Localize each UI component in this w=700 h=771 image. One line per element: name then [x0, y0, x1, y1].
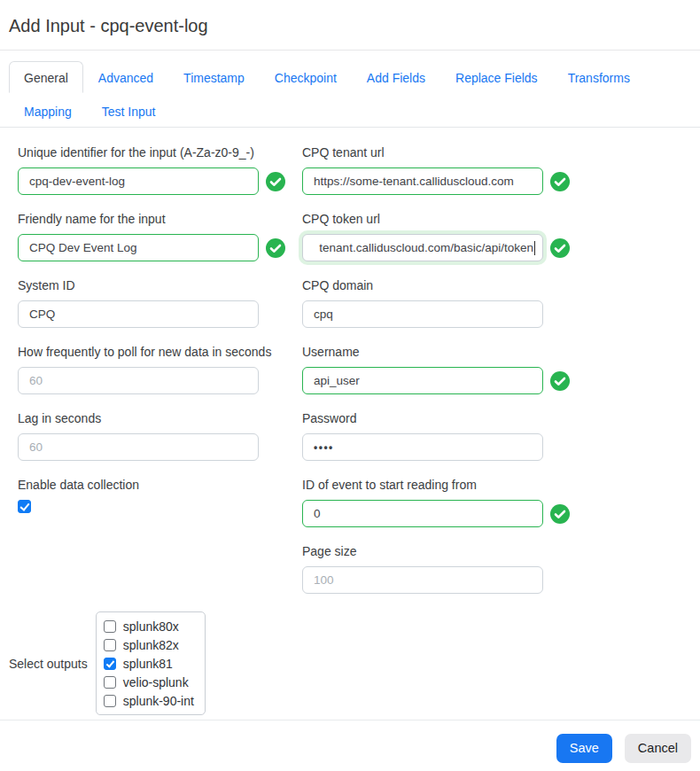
- field-label: System ID: [18, 277, 301, 294]
- field-group-poll-frequency: How frequently to poll for new data in s…: [18, 344, 301, 394]
- output-option-label: velio-splunk: [123, 675, 189, 689]
- tab-general[interactable]: General: [9, 61, 83, 93]
- tab-add-fields[interactable]: Add Fields: [352, 61, 440, 93]
- output-option-splunk80x[interactable]: splunk80x: [104, 617, 194, 635]
- field-label: How frequently to poll for new data in s…: [18, 344, 301, 361]
- valid-check-icon: [550, 371, 570, 391]
- poll-frequency-input[interactable]: [18, 367, 259, 394]
- footer-actions: Save Cancel: [556, 734, 691, 763]
- field-group-unique-identifier: Unique identifier for the input (A-Za-z0…: [18, 144, 301, 195]
- cpq-token-url-input[interactable]: tenant.calliduscloud.com/basic/api/token: [302, 234, 543, 261]
- select-outputs-listbox[interactable]: splunk80x splunk82x splunk81 velio-splun…: [96, 611, 206, 715]
- field-group-enable-collection: Enable data collection: [18, 477, 301, 513]
- output-option-splunk-90-int[interactable]: splunk-90-int: [104, 691, 194, 710]
- field-group-system-id: System ID: [18, 277, 301, 328]
- output-checkbox[interactable]: [104, 658, 116, 670]
- cpq-tenant-url-input[interactable]: [302, 167, 543, 195]
- valid-check-icon: [550, 238, 570, 258]
- valid-check-icon: [550, 504, 570, 524]
- valid-check-icon: [266, 238, 285, 258]
- field-group-cpq-domain: CPQ domain: [302, 277, 586, 328]
- add-input-dialog: Add Input - cpq-event-log General Advanc…: [0, 0, 700, 771]
- field-label: Friendly name for the input: [18, 211, 301, 228]
- start-event-id-input[interactable]: [302, 500, 543, 527]
- text-cursor: [534, 241, 535, 255]
- page-size-input[interactable]: [302, 566, 543, 594]
- tab-timestamp[interactable]: Timestamp: [168, 61, 260, 93]
- field-label: Username: [302, 344, 586, 361]
- output-checkbox[interactable]: [104, 639, 116, 651]
- tab-bar: General Advanced Timestamp Checkpoint Ad…: [0, 61, 700, 128]
- field-group-lag-seconds: Lag in seconds: [18, 410, 301, 461]
- tab-transforms[interactable]: Transforms: [553, 61, 645, 93]
- output-checkbox[interactable]: [104, 695, 116, 707]
- form-column-left: Unique identifier for the input (A-Za-z0…: [18, 144, 301, 529]
- field-group-username: Username: [302, 344, 586, 394]
- field-group-password: Password: [302, 410, 586, 461]
- field-group-token-url: CPQ token url tenant.calliduscloud.com/b…: [302, 211, 586, 261]
- select-outputs-label: Select outputs: [9, 657, 88, 671]
- field-label: CPQ token url: [302, 211, 586, 228]
- field-group-start-event-id: ID of event to start reading from: [302, 477, 586, 527]
- field-label: CPQ domain: [302, 277, 586, 294]
- output-option-label: splunk81: [123, 657, 173, 671]
- field-label: Lag in seconds: [18, 410, 301, 427]
- tab-checkpoint[interactable]: Checkpoint: [260, 61, 352, 93]
- field-group-friendly-name: Friendly name for the input: [18, 211, 301, 261]
- tab-test-input[interactable]: Test Input: [87, 95, 171, 127]
- cancel-button[interactable]: Cancel: [625, 734, 691, 763]
- tab-replace-fields[interactable]: Replace Fields: [440, 61, 553, 93]
- field-label: CPQ tenant url: [302, 144, 586, 161]
- valid-check-icon: [266, 172, 285, 191]
- password-input[interactable]: [302, 433, 543, 461]
- field-label: Unique identifier for the input (A-Za-z0…: [18, 144, 301, 161]
- field-label: ID of event to start reading from: [302, 477, 586, 494]
- output-checkbox[interactable]: [104, 676, 116, 689]
- output-option-splunk82x[interactable]: splunk82x: [104, 635, 194, 654]
- output-option-splunk81[interactable]: splunk81: [104, 654, 194, 673]
- save-button[interactable]: Save: [556, 734, 612, 763]
- header-divider: [0, 50, 700, 51]
- page-title: Add Input - cpq-event-log: [9, 14, 208, 37]
- field-label: Password: [302, 410, 586, 427]
- field-label: Page size: [302, 543, 586, 560]
- form-column-right: CPQ tenant url CPQ token url tenant.call…: [302, 144, 586, 610]
- output-option-velio-splunk[interactable]: velio-splunk: [104, 673, 194, 691]
- field-group-page-size: Page size: [302, 543, 586, 594]
- footer-divider: [0, 720, 700, 720]
- unique-identifier-input[interactable]: [18, 167, 259, 195]
- tab-mapping[interactable]: Mapping: [9, 95, 87, 127]
- select-outputs-row: Select outputs splunk80x splunk82x splun…: [9, 611, 206, 715]
- token-url-text: tenant.calliduscloud.com/basic/api/token: [319, 241, 533, 254]
- output-option-label: splunk82x: [123, 638, 179, 652]
- username-input[interactable]: [302, 367, 543, 394]
- output-option-label: splunk80x: [123, 619, 179, 634]
- enable-data-collection-checkbox[interactable]: [18, 500, 31, 513]
- field-group-tenant-url: CPQ tenant url: [302, 144, 586, 195]
- field-label: Enable data collection: [18, 477, 301, 494]
- output-checkbox[interactable]: [104, 620, 116, 633]
- system-id-input[interactable]: [18, 300, 259, 328]
- friendly-name-input[interactable]: [18, 234, 259, 261]
- valid-check-icon: [550, 172, 570, 191]
- lag-seconds-input[interactable]: [18, 433, 259, 461]
- tab-advanced[interactable]: Advanced: [83, 61, 168, 93]
- output-option-label: splunk-90-int: [123, 694, 194, 708]
- cpq-domain-input[interactable]: [302, 300, 543, 328]
